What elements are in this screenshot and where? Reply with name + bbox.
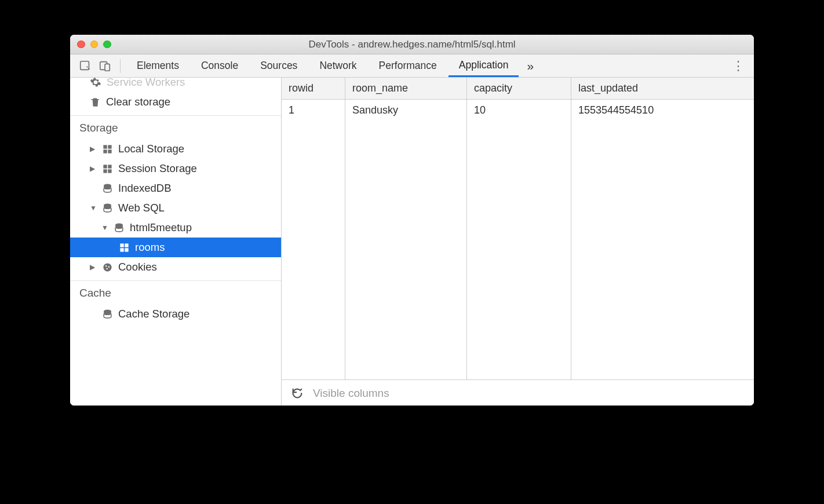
- sidebar-item-label: html5meetup: [130, 221, 192, 234]
- sidebar-item-clear-storage[interactable]: Clear storage: [70, 92, 281, 112]
- trash-icon: [90, 97, 101, 108]
- sidebar-item-label: IndexedDB: [118, 182, 172, 195]
- sidebar-item-label: Cookies: [118, 261, 157, 273]
- svg-rect-15: [125, 243, 128, 247]
- column-header-rowid[interactable]: rowid: [282, 78, 345, 100]
- grid-icon: [102, 144, 113, 155]
- chevron-down-icon: ▼: [101, 224, 108, 232]
- inspect-icon[interactable]: [76, 57, 94, 75]
- svg-rect-17: [125, 248, 128, 251]
- chevron-down-icon: ▼: [90, 204, 97, 212]
- svg-point-21: [107, 268, 108, 269]
- device-toggle-icon[interactable]: [96, 57, 114, 75]
- chevron-right-icon: ▶: [90, 263, 97, 271]
- svg-rect-16: [120, 248, 123, 251]
- storage-section-title: Storage: [70, 115, 281, 139]
- database-icon: [102, 309, 113, 320]
- tab-sources[interactable]: Sources: [250, 54, 308, 77]
- sidebar-item-label: Clear storage: [106, 96, 170, 108]
- sidebar-item-websql[interactable]: ▼ Web SQL: [70, 198, 281, 218]
- sidebar-item-label: rooms: [135, 241, 165, 254]
- svg-rect-3: [103, 145, 107, 148]
- svg-rect-14: [120, 243, 123, 247]
- gear-icon: [90, 78, 101, 88]
- database-icon: [114, 222, 125, 233]
- devtools-window: DevTools - andrew.hedges.name/html5/sql.…: [70, 35, 754, 406]
- grid-icon: [102, 163, 113, 174]
- sidebar-item-cookies[interactable]: ▶ Cookies: [70, 257, 281, 277]
- database-icon: [102, 183, 113, 194]
- cell[interactable]: Sandusky: [345, 100, 466, 122]
- svg-rect-8: [108, 165, 111, 168]
- tab-console[interactable]: Console: [191, 54, 249, 77]
- sidebar-item-label: Cache Storage: [118, 308, 189, 320]
- svg-point-20: [108, 266, 110, 267]
- tab-elements[interactable]: Elements: [126, 54, 189, 77]
- svg-rect-7: [103, 165, 107, 168]
- more-tabs-icon[interactable]: »: [521, 59, 539, 73]
- column-header-last-updated[interactable]: last_updated: [571, 78, 754, 100]
- svg-rect-6: [108, 149, 111, 153]
- cookie-icon: [102, 262, 113, 273]
- database-icon: [102, 203, 113, 214]
- sidebar-item-label: Web SQL: [118, 202, 165, 214]
- column-header-capacity[interactable]: capacity: [467, 78, 571, 100]
- tab-performance[interactable]: Performance: [369, 54, 447, 77]
- svg-point-19: [105, 265, 107, 266]
- svg-rect-9: [103, 169, 107, 173]
- tab-network[interactable]: Network: [309, 54, 367, 77]
- refresh-icon[interactable]: [291, 387, 304, 400]
- cache-section-title: Cache: [70, 280, 281, 304]
- sidebar-item-indexeddb[interactable]: ▶ IndexedDB: [70, 178, 281, 198]
- chevron-right-icon: ▶: [90, 165, 97, 173]
- table-footer: Visible columns: [282, 380, 754, 406]
- sidebar-item-label: Session Storage: [118, 162, 197, 175]
- svg-rect-4: [108, 145, 111, 148]
- svg-rect-5: [103, 149, 107, 153]
- visible-columns-label[interactable]: Visible columns: [313, 387, 389, 400]
- sidebar-item-local-storage[interactable]: ▶ Local Storage: [70, 139, 281, 159]
- column-header-room-name[interactable]: room_name: [345, 78, 466, 100]
- application-sidebar: Service Workers Clear storage Storage ▶ …: [70, 78, 282, 406]
- devtools-tabbar: Elements Console Sources Network Perform…: [70, 54, 754, 78]
- svg-rect-10: [108, 169, 111, 173]
- cell[interactable]: 1: [282, 100, 345, 122]
- data-grid: rowid 1 room_name Sandusky capacity 10 l…: [282, 78, 754, 380]
- svg-rect-2: [105, 64, 110, 71]
- sidebar-item-label: Service Workers: [107, 78, 185, 89]
- tab-application[interactable]: Application: [449, 54, 519, 77]
- cell[interactable]: 1553544554510: [571, 100, 754, 122]
- separator: [120, 59, 121, 73]
- table-view: rowid 1 room_name Sandusky capacity 10 l…: [282, 78, 754, 406]
- sidebar-item-cache-storage[interactable]: ▶ Cache Storage: [70, 304, 281, 324]
- sidebar-item-database[interactable]: ▼ html5meetup: [70, 218, 281, 238]
- cell[interactable]: 10: [467, 100, 571, 122]
- sidebar-item-service-workers[interactable]: Service Workers: [70, 78, 281, 92]
- window-title: DevTools - andrew.hedges.name/html5/sql.…: [70, 39, 754, 50]
- kebab-menu-icon[interactable]: ⋮: [728, 59, 748, 74]
- sidebar-item-table-rooms[interactable]: rooms: [70, 238, 281, 257]
- svg-rect-0: [81, 61, 89, 70]
- grid-icon: [119, 242, 130, 253]
- titlebar: DevTools - andrew.hedges.name/html5/sql.…: [70, 35, 754, 54]
- sidebar-item-session-storage[interactable]: ▶ Session Storage: [70, 159, 281, 178]
- sidebar-item-label: Local Storage: [118, 143, 184, 155]
- svg-point-18: [103, 263, 111, 271]
- chevron-right-icon: ▶: [90, 145, 97, 153]
